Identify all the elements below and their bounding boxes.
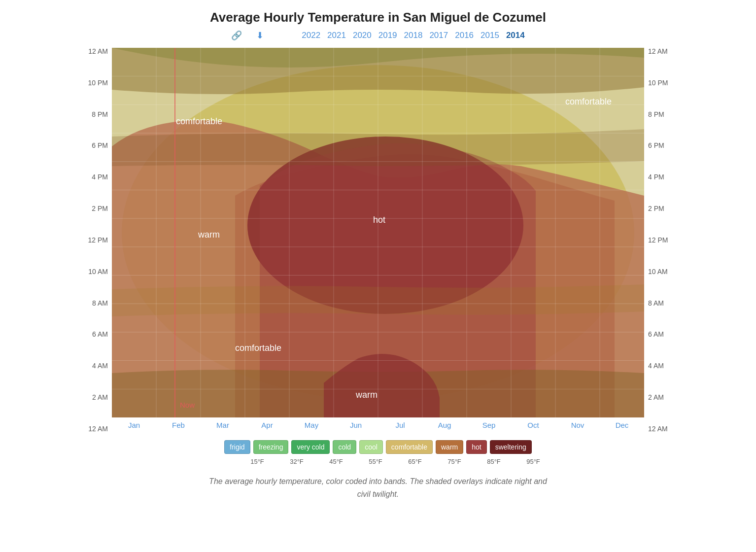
svg-text:warm: warm [355,390,378,400]
page-wrapper: Average Hourly Temperature in San Miguel… [63,10,693,500]
history-year-2022[interactable]: 2022 [302,31,320,40]
y-axis-right: 12 AM10 PM8 PM6 PM4 PM2 PM12 PM10 AM8 AM… [644,48,674,432]
legend-threshold: 65°F [395,458,435,465]
svg-text:comfortable: comfortable [235,343,281,353]
svg-text:hot: hot [373,215,385,225]
legend-item-sweltering: sweltering [490,440,532,454]
svg-text:warm: warm [198,230,220,240]
svg-text:Now: Now [180,401,195,409]
y-label-left: 6 PM [92,142,108,149]
history-years: 202220212020201920182017201620152014 [302,31,524,40]
legend-item-warm: warm [436,440,463,454]
legend-item-cool: cool [359,440,383,454]
y-label-left: 12 AM [88,48,108,55]
y-label-left: 10 PM [88,79,108,86]
x-label-oct: Oct [511,421,555,429]
x-label-sep: Sep [467,421,511,429]
legend-item-hot: hot [466,440,486,454]
history-year-2020[interactable]: 2020 [353,31,372,40]
x-label-jun: Jun [334,421,378,429]
legend-item-freezing: freezing [253,440,289,454]
legend-container: frigidfreezingvery coldcoldcoolcomfortab… [203,440,553,465]
x-axis: JanFebMarAprMayJunJulAugSepOctNovDec [112,417,644,432]
legend-threshold: 75°F [435,458,474,465]
y-label-right: 6 AM [648,331,664,338]
legend-threshold: 95°F [514,458,553,465]
legend-item-cold: cold [333,440,356,454]
y-label-right: 2 PM [648,205,664,212]
x-label-nov: Nov [555,421,600,429]
y-label-right: 8 AM [648,300,664,307]
x-label-apr: Apr [245,421,289,429]
x-label-dec: Dec [600,421,644,429]
y-axis-left: 12 AM10 PM8 PM6 PM4 PM2 PM12 PM10 AM8 AM… [82,48,112,432]
x-label-jul: Jul [378,421,422,429]
download-button[interactable]: ⬇ [256,30,266,41]
y-label-right: 10 AM [648,268,668,275]
history-year-2016[interactable]: 2016 [455,31,474,40]
x-label-may: May [289,421,334,429]
link-button[interactable]: 🔗 [231,30,244,41]
svg-text:comfortable: comfortable [176,116,222,126]
legend-items: frigidfreezingvery coldcoldcoolcomfortab… [224,440,531,454]
link-icon: 🔗 [231,30,242,41]
legend-item-frigid: frigid [224,440,250,454]
y-label-right: 6 PM [648,142,664,149]
legend-threshold: 15°F [238,458,277,465]
chart-inner: Now comfortable warm hot comfortable war… [112,48,644,417]
y-label-right: 12 AM [648,48,668,55]
chart-title: Average Hourly Temperature in San Miguel… [210,10,546,25]
toolbar: 🔗 ⬇ 202220212020201920182017201620152014 [231,30,524,41]
x-label-feb: Feb [156,421,201,429]
x-label-jan: Jan [112,421,156,429]
y-label-left: 2 PM [92,205,108,212]
y-label-left: 8 AM [92,300,108,307]
legend-threshold: 55°F [356,458,395,465]
history-year-2014[interactable]: 2014 [506,31,525,40]
chart-caption: The average hourly temperature, color co… [206,475,550,500]
legend-thresholds: 15°F32°F45°F55°F65°F75°F85°F95°F [203,458,553,465]
legend-item-comfortable: comfortable [386,440,433,454]
download-icon: ⬇ [256,30,264,41]
legend-threshold: 85°F [474,458,514,465]
legend-threshold: 45°F [316,458,356,465]
x-label-mar: Mar [201,421,245,429]
y-label-right: 12 PM [648,237,668,243]
x-label-aug: Aug [422,421,467,429]
y-label-left: 12 AM [88,425,108,432]
y-label-left: 10 AM [88,268,108,275]
y-label-left: 4 AM [92,362,108,369]
y-label-right: 2 AM [648,394,664,401]
y-label-left: 12 PM [88,237,108,243]
y-label-right: 12 AM [648,425,668,432]
y-label-left: 6 AM [92,331,108,338]
legend-item-very-cold: very cold [291,440,330,454]
y-label-right: 4 PM [648,173,664,180]
chart-area: 12 AM10 PM8 PM6 PM4 PM2 PM12 PM10 AM8 AM… [82,48,674,432]
y-label-left: 2 AM [92,394,108,401]
y-label-right: 10 PM [648,79,668,86]
history-year-2021[interactable]: 2021 [327,31,346,40]
y-label-left: 4 PM [92,173,108,180]
y-label-left: 8 PM [92,111,108,118]
y-label-right: 4 AM [648,362,664,369]
history-year-2015[interactable]: 2015 [481,31,499,40]
history-year-2017[interactable]: 2017 [429,31,448,40]
legend-threshold: 32°F [277,458,316,465]
y-label-right: 8 PM [648,111,664,118]
svg-text:comfortable: comfortable [565,97,612,106]
history-year-2018[interactable]: 2018 [404,31,423,40]
history-year-2019[interactable]: 2019 [378,31,397,40]
